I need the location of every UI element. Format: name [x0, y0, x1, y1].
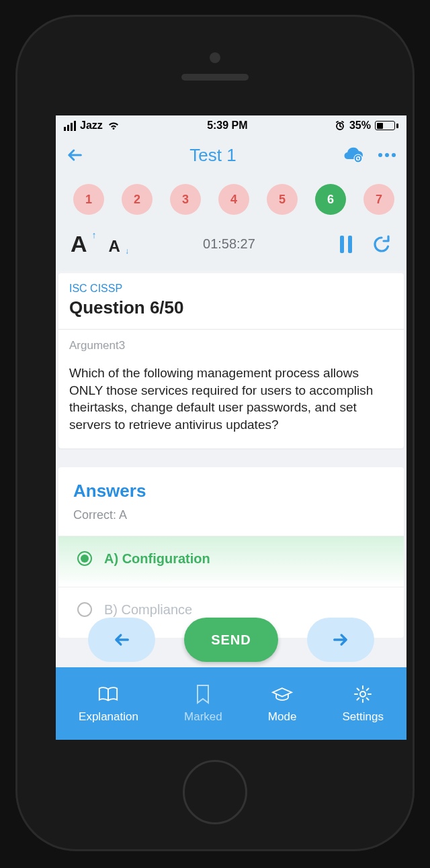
send-button[interactable]: SEND [184, 618, 278, 662]
question-number-4[interactable]: 4 [218, 184, 249, 215]
question-card: ISC CISSP Question 6/50 Argument3 Which … [58, 273, 404, 448]
nav-explanation-label: Explanation [79, 710, 138, 724]
pause-button[interactable] [338, 234, 354, 254]
timer-label: 01:58:27 [120, 236, 338, 252]
arrow-left-icon [110, 630, 133, 649]
question-number-6[interactable]: 6 [315, 184, 346, 215]
send-button-label: SEND [211, 632, 251, 648]
wifi-icon [107, 121, 120, 130]
question-number-7[interactable]: 7 [363, 184, 394, 215]
restart-button[interactable] [372, 234, 392, 254]
answer-text: A) Configuration [104, 551, 210, 567]
svg-rect-6 [340, 236, 344, 253]
next-button[interactable] [307, 618, 374, 662]
nav-mode-label: Mode [268, 710, 297, 724]
carrier-label: Jazz [80, 119, 103, 132]
status-bar: Jazz 5:39 PM 35% [56, 115, 406, 136]
svg-point-8 [360, 691, 366, 697]
nav-mode[interactable]: Mode [268, 683, 297, 724]
nav-settings[interactable]: Settings [343, 683, 384, 724]
book-icon [97, 683, 119, 705]
action-row: SEND [56, 618, 406, 662]
question-number-5[interactable]: 5 [267, 184, 298, 215]
svg-point-4 [385, 153, 389, 157]
question-number-1[interactable]: 1 [73, 184, 104, 215]
argument-label: Argument3 [69, 339, 393, 352]
question-number-strip[interactable]: 1234567 [56, 175, 406, 224]
pause-icon [338, 234, 354, 254]
gear-icon [352, 683, 374, 705]
signal-icon [64, 121, 76, 131]
alarm-icon [335, 120, 345, 131]
more-button[interactable] [377, 152, 397, 158]
svg-point-3 [378, 153, 382, 157]
nav-marked[interactable]: Marked [184, 683, 222, 724]
home-button[interactable] [183, 760, 247, 824]
cloud-sync-icon [342, 146, 365, 164]
answer-option-0[interactable]: A) Configuration [58, 536, 404, 587]
question-text: Which of the following management proces… [69, 365, 393, 434]
font-increase-button[interactable]: A [71, 231, 87, 257]
bottom-nav: Explanation Marked Mode [56, 667, 406, 740]
prev-button[interactable] [88, 618, 155, 662]
cloud-sync-button[interactable] [342, 146, 365, 164]
radio-icon [77, 551, 92, 566]
navbar: Test 1 [56, 136, 406, 175]
question-title: Question 6/50 [69, 297, 393, 318]
clock-label: 5:39 PM [120, 119, 335, 132]
screen: Jazz 5:39 PM 35% [56, 115, 406, 740]
svg-point-2 [355, 155, 362, 162]
speaker [181, 74, 249, 81]
course-label: ISC CISSP [69, 283, 393, 295]
controls-row: A A 01:58:27 [56, 224, 406, 271]
more-horizontal-icon [377, 152, 397, 158]
phone-body: Jazz 5:39 PM 35% [15, 15, 415, 851]
nav-settings-label: Settings [343, 710, 384, 724]
bookmark-icon [192, 683, 214, 705]
question-number-3[interactable]: 3 [170, 184, 201, 215]
svg-rect-7 [348, 236, 352, 253]
correct-label: Correct: A [73, 508, 389, 522]
restart-icon [372, 234, 392, 254]
device-frame: Jazz 5:39 PM 35% [0, 0, 430, 868]
radio-icon [77, 602, 92, 617]
battery-pct-label: 35% [349, 119, 371, 132]
front-camera [210, 52, 220, 63]
answers-heading: Answers [73, 481, 389, 501]
battery-icon [375, 121, 398, 130]
nav-marked-label: Marked [184, 710, 222, 724]
arrow-right-icon [329, 630, 352, 649]
font-decrease-button[interactable]: A [109, 237, 120, 256]
answers-card: Answers Correct: A A) ConfigurationB) Co… [58, 467, 404, 638]
back-button[interactable] [65, 146, 84, 164]
nav-explanation[interactable]: Explanation [79, 683, 138, 724]
graduation-cap-icon [271, 683, 293, 705]
arrow-left-icon [65, 146, 84, 164]
divider [58, 329, 404, 330]
question-number-2[interactable]: 2 [122, 184, 153, 215]
answer-text: B) Compliance [104, 602, 192, 618]
svg-point-5 [392, 153, 396, 157]
page-title: Test 1 [84, 145, 342, 166]
